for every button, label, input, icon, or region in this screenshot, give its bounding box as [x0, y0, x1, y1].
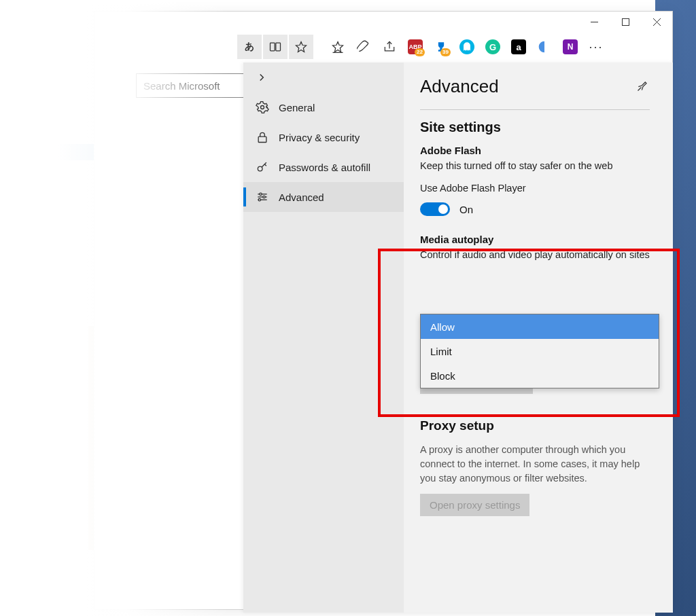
lock-icon: [256, 130, 269, 144]
proxy-title: Proxy setup: [420, 418, 650, 433]
svg-marker-7: [333, 42, 343, 52]
nav-back-button[interactable]: [243, 62, 404, 92]
proxy-block: Proxy setup A proxy is another computer …: [420, 418, 650, 516]
notes-pen-icon[interactable]: [351, 35, 376, 59]
autoplay-option-limit[interactable]: Limit: [421, 339, 659, 363]
more-menu-button[interactable]: ···: [584, 35, 608, 59]
svg-line-18: [638, 87, 642, 90]
flash-toggle[interactable]: [420, 202, 450, 216]
adobe-flash-block: Adobe Flash Keep this turned off to stay…: [420, 145, 650, 216]
window-minimize-button[interactable]: [578, 12, 610, 32]
section-heading-site-settings: Site settings: [420, 120, 650, 135]
sliders-icon: [256, 190, 269, 204]
onenote-extension-icon[interactable]: N: [558, 35, 582, 59]
share-icon[interactable]: [377, 35, 402, 59]
nav-label: Advanced: [279, 192, 324, 203]
nav-item-general[interactable]: General: [243, 92, 404, 122]
favorites-hub-icon[interactable]: [326, 35, 350, 59]
amazon-extension-icon[interactable]: a: [506, 35, 531, 59]
svg-rect-4: [271, 43, 275, 51]
autoplay-title: Media autoplay: [420, 234, 650, 245]
flash-toggle-state: On: [459, 204, 473, 215]
browser-toolbar: あ ABP22 39: [94, 32, 672, 62]
svg-marker-6: [296, 42, 307, 52]
svg-rect-1: [622, 18, 629, 25]
svg-point-9: [261, 106, 264, 109]
trophy-extension-icon[interactable]: 39: [429, 35, 453, 59]
favorite-star-icon[interactable]: [289, 35, 313, 59]
nav-item-advanced[interactable]: Advanced: [243, 182, 404, 212]
flash-description: Keep this turned off to stay safer on th…: [420, 159, 650, 173]
settings-panel: General Privacy & security Passwords & a…: [243, 62, 673, 613]
autoplay-option-allow[interactable]: Allow: [421, 314, 659, 339]
translate-icon[interactable]: あ: [237, 35, 262, 59]
nav-label: Privacy & security: [279, 132, 360, 143]
search-placeholder-text: Search Microsoft: [143, 80, 220, 92]
pin-icon[interactable]: [636, 79, 650, 95]
svg-rect-10: [258, 137, 266, 142]
autoplay-option-block[interactable]: Block: [421, 363, 659, 388]
nav-label: Passwords & autofill: [279, 162, 370, 173]
nav-label: General: [279, 102, 315, 113]
page-title: Advanced: [420, 76, 499, 97]
flash-toggle-label: Use Adobe Flash Player: [420, 181, 650, 196]
ghost-extension-icon[interactable]: [455, 35, 479, 59]
adblock-extension-icon[interactable]: ABP22: [403, 35, 428, 59]
autoplay-dropdown[interactable]: Allow Limit Block: [420, 314, 659, 388]
flash-title: Adobe Flash: [420, 145, 650, 156]
svg-rect-5: [276, 43, 281, 51]
divider: [420, 109, 650, 110]
gear-icon: [256, 101, 269, 114]
svg-point-15: [260, 193, 262, 195]
settings-nav: General Privacy & security Passwords & a…: [243, 62, 404, 613]
grammarly-extension-icon[interactable]: G: [481, 35, 505, 59]
nav-item-privacy[interactable]: Privacy & security: [243, 122, 404, 152]
nav-item-passwords[interactable]: Passwords & autofill: [243, 152, 404, 182]
svg-point-16: [263, 196, 265, 198]
autoplay-description: Control if audio and video play automati…: [420, 248, 650, 262]
comparison-extension-icon[interactable]: [532, 35, 557, 59]
svg-point-17: [258, 199, 260, 201]
key-icon: [256, 160, 269, 174]
window-close-button[interactable]: [641, 12, 672, 32]
window-titlebar: [94, 12, 672, 32]
open-proxy-settings-button[interactable]: Open proxy settings: [420, 494, 529, 516]
svg-point-11: [258, 166, 262, 171]
window-maximize-button[interactable]: [610, 12, 641, 32]
proxy-description: A proxy is another computer through whic…: [420, 443, 650, 486]
search-input[interactable]: Search Microsoft: [136, 73, 246, 98]
reading-view-icon[interactable]: [263, 35, 288, 59]
